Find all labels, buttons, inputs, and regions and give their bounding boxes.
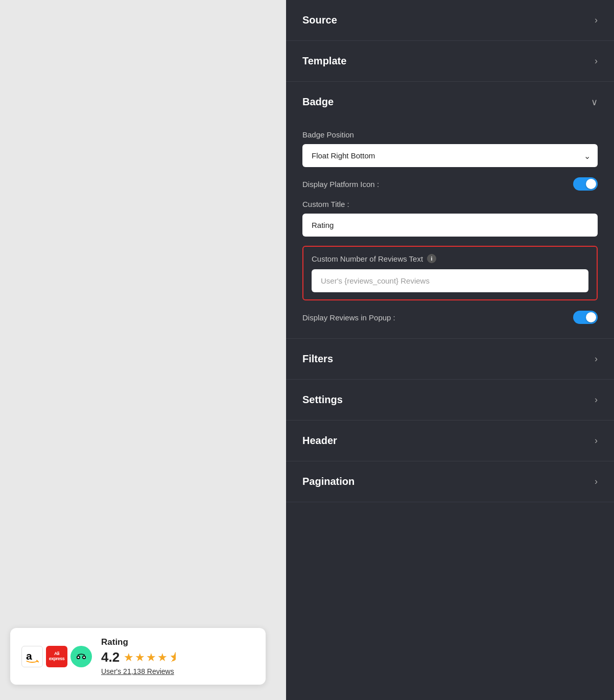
stars-container: ★ ★ ★ ★ ⯨ — [124, 651, 180, 664]
star-3: ★ — [146, 651, 156, 664]
svg-text:a: a — [26, 650, 32, 662]
display-reviews-popup-row: Display Reviews in Popup : — [302, 311, 598, 324]
aliexpress-icon: Aliexpress — [46, 646, 67, 667]
badge-section: Badge ∨ Badge Position Float Right Botto… — [286, 82, 614, 339]
display-reviews-popup-label: Display Reviews in Popup : — [302, 313, 395, 322]
custom-reviews-highlighted-section: Custom Number of Reviews Text i — [302, 246, 598, 300]
template-chevron-icon: › — [595, 56, 598, 66]
template-section-row[interactable]: Template › — [286, 41, 614, 82]
header-chevron-icon: › — [595, 435, 598, 446]
star-2: ★ — [135, 651, 145, 664]
source-label: Source — [302, 14, 337, 26]
display-platform-icon-row: Display Platform Icon : — [302, 177, 598, 191]
custom-reviews-text-label: Custom Number of Reviews Text i — [312, 254, 588, 263]
settings-chevron-icon: › — [595, 394, 598, 405]
custom-reviews-text-input[interactable] — [312, 269, 588, 292]
badge-reviews-text: User's 21,138 Reviews — [101, 667, 180, 675]
settings-label: Settings — [302, 394, 343, 406]
filters-label: Filters — [302, 353, 333, 365]
popup-toggle-knob — [586, 312, 596, 322]
display-reviews-popup-toggle[interactable] — [573, 311, 598, 324]
svg-point-2 — [75, 650, 87, 663]
badge-label: Badge — [302, 96, 334, 108]
preview-panel: a Aliexpress Rating — [0, 0, 286, 700]
tripadvisor-icon — [70, 646, 92, 667]
settings-panel: Source › Template › Badge ∨ Badge Positi… — [286, 0, 614, 700]
badge-info: Rating 4.2 ★ ★ ★ ★ ⯨ User's 21,138 Revie… — [101, 637, 180, 675]
badge-rating-number: 4.2 — [101, 649, 120, 665]
badge-section-body: Badge Position Float Right Bottom Float … — [286, 122, 614, 338]
display-platform-icon-label: Display Platform Icon : — [302, 180, 379, 189]
badge-widget: a Aliexpress Rating — [10, 628, 266, 685]
pagination-chevron-icon: › — [595, 476, 598, 487]
badge-position-label: Badge Position — [302, 130, 598, 139]
filters-chevron-icon: › — [595, 354, 598, 364]
badge-position-select-wrapper: Float Right Bottom Float Left Bottom Flo… — [302, 144, 598, 167]
star-5: ⯨ — [169, 651, 180, 664]
badge-position-select[interactable]: Float Right Bottom Float Left Bottom Flo… — [302, 144, 598, 167]
pagination-section-row[interactable]: Pagination › — [286, 461, 614, 502]
template-label: Template — [302, 55, 346, 67]
toggle-knob — [586, 179, 596, 189]
badge-title: Rating — [101, 637, 180, 647]
custom-title-label: Custom Title : — [302, 200, 598, 208]
star-4: ★ — [157, 651, 168, 664]
filters-section-row[interactable]: Filters › — [286, 339, 614, 380]
pagination-label: Pagination — [302, 476, 355, 487]
settings-section-row[interactable]: Settings › — [286, 380, 614, 421]
source-chevron-icon: › — [595, 15, 598, 26]
header-section-row[interactable]: Header › — [286, 421, 614, 461]
display-platform-icon-toggle[interactable] — [573, 177, 598, 191]
info-icon[interactable]: i — [427, 254, 436, 263]
svg-point-5 — [78, 656, 80, 658]
badge-icons: a Aliexpress — [21, 646, 92, 667]
star-1: ★ — [124, 651, 134, 664]
badge-section-header[interactable]: Badge ∨ — [286, 82, 614, 122]
badge-rating-row: 4.2 ★ ★ ★ ★ ⯨ — [101, 649, 180, 665]
badge-chevron-icon: ∨ — [591, 97, 598, 108]
source-section-row[interactable]: Source › — [286, 0, 614, 41]
svg-point-6 — [83, 656, 85, 658]
custom-title-input[interactable] — [302, 214, 598, 237]
header-label: Header — [302, 435, 337, 447]
amazon-icon: a — [21, 646, 43, 667]
